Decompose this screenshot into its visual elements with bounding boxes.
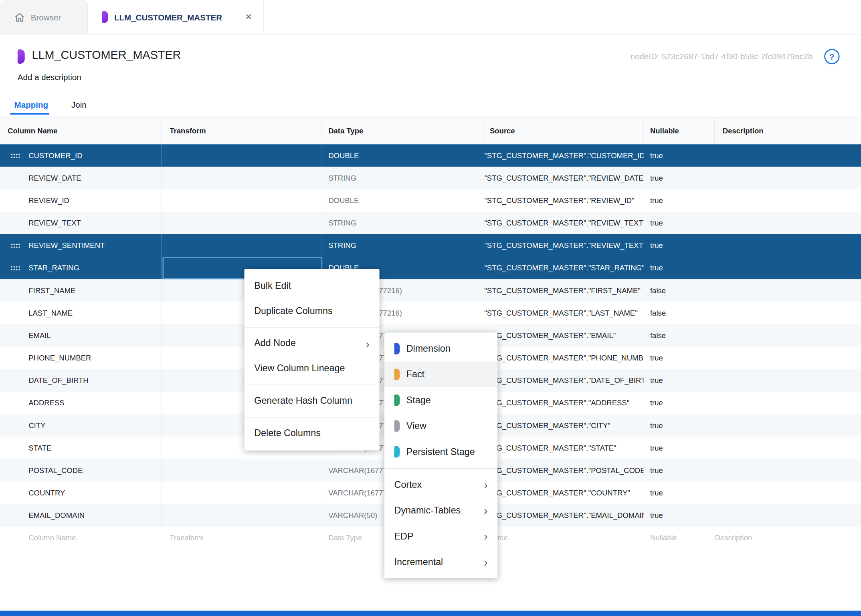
menu-item-generate-hash-column[interactable]: Generate Hash Column xyxy=(245,389,380,414)
ghost-transform: Transform xyxy=(162,527,322,549)
column-name-cell[interactable]: STATE xyxy=(0,437,162,459)
table-row-review-text[interactable]: REVIEW_TEXTSTRING"STG_CUSTOMER_MASTER"."… xyxy=(0,212,861,234)
drag-handle-icon[interactable] xyxy=(10,153,20,159)
transform-cell[interactable] xyxy=(162,482,322,504)
drag-handle-icon[interactable] xyxy=(10,243,20,248)
data-type-cell: STRING xyxy=(322,167,483,189)
column-name-text: STAR_RATING xyxy=(28,264,79,272)
transform-cell[interactable] xyxy=(162,234,322,257)
description-cell xyxy=(715,279,861,302)
close-tab-icon[interactable]: ✕ xyxy=(245,12,252,22)
menu-item-delete-columns[interactable]: Delete Columns xyxy=(245,421,380,446)
menu-item-label: Duplicate Columns xyxy=(254,306,332,316)
tab-active-label: LLM_CUSTOMER_MASTER xyxy=(114,12,222,22)
description-cell xyxy=(715,302,861,324)
column-name-cell[interactable]: CUSTOMER_ID xyxy=(0,144,162,167)
submenu-item-label: Incremental xyxy=(394,557,443,568)
transform-cell[interactable] xyxy=(162,167,322,189)
description-placeholder[interactable]: Add a description xyxy=(18,72,81,82)
submenu-item-incremental[interactable]: Incremental› xyxy=(384,549,497,575)
source-cell: "STG_CUSTOMER_MASTER"."REVIEW_DATE" xyxy=(483,167,644,189)
table-row-first-name[interactable]: FIRST_NAMEVARCHAR(16777216)"STG_CUSTOMER… xyxy=(0,279,861,302)
menu-item-add-node[interactable]: Add Node› xyxy=(245,331,380,356)
description-cell xyxy=(715,144,861,167)
nullable-cell: true xyxy=(644,234,715,257)
column-name-cell[interactable]: REVIEW_SENTIMENT xyxy=(0,234,162,257)
transform-cell[interactable] xyxy=(162,144,322,167)
table-row-customer-id[interactable]: CUSTOMER_IDDOUBLE"STG_CUSTOMER_MASTER"."… xyxy=(0,144,861,167)
transform-cell[interactable] xyxy=(162,459,322,482)
submenu-item-fact[interactable]: Fact xyxy=(384,362,497,387)
column-name-cell[interactable]: ADDRESS xyxy=(0,392,162,414)
column-name-cell[interactable]: STAR_RATING xyxy=(0,257,162,279)
stage-node-icon xyxy=(394,395,400,406)
source-cell: "STG_CUSTOMER_MASTER"."FIRST_NAME" xyxy=(483,279,644,302)
column-name-cell[interactable]: REVIEW_TEXT xyxy=(0,212,162,234)
menu-item-view-column-lineage[interactable]: View Column Lineage xyxy=(245,356,380,381)
column-name-cell[interactable]: REVIEW_ID xyxy=(0,189,162,212)
chevron-right-icon: › xyxy=(484,479,488,491)
column-name-cell[interactable]: FIRST_NAME xyxy=(0,279,162,302)
header-column-name: Column Name xyxy=(0,117,162,144)
table-row-star-rating[interactable]: STAR_RATINGDOUBLE"STG_CUSTOMER_MASTER"."… xyxy=(0,257,861,279)
column-name-cell[interactable]: POSTAL_CODE xyxy=(0,459,162,482)
description-cell xyxy=(715,347,861,369)
menu-item-duplicate-columns[interactable]: Duplicate Columns xyxy=(245,298,380,324)
source-cell: "STG_CUSTOMER_MASTER"."CITY" xyxy=(483,414,644,437)
help-icon[interactable]: ? xyxy=(824,49,839,64)
submenu-item-edp[interactable]: EDP› xyxy=(384,523,497,549)
submenu-item-dimension[interactable]: Dimension xyxy=(384,336,497,361)
column-name-cell[interactable]: LAST_NAME xyxy=(0,302,162,324)
nullable-cell: true xyxy=(644,144,715,167)
tab-mapping[interactable]: Mapping xyxy=(14,100,48,109)
tab-llm-customer-master[interactable]: LLM_CUSTOMER_MASTER ✕ xyxy=(88,0,263,34)
column-name-cell[interactable]: EMAIL xyxy=(0,324,162,347)
column-name-text: EMAIL_DOMAIN xyxy=(28,511,85,520)
chevron-right-icon: › xyxy=(366,338,370,349)
nullable-cell: true xyxy=(644,414,715,437)
submenu-item-stage[interactable]: Stage xyxy=(384,387,497,413)
ghost-nullable: Nullable xyxy=(644,527,715,549)
transform-cell[interactable] xyxy=(162,504,322,527)
column-name-cell[interactable]: CITY xyxy=(0,414,162,437)
tab-browser[interactable]: Browser xyxy=(0,0,88,34)
submenu-item-cortex[interactable]: Cortex› xyxy=(384,472,497,497)
nullable-cell: true xyxy=(644,257,715,279)
submenu-item-dynamic-tables[interactable]: Dynamic-Tables› xyxy=(384,497,497,523)
page-title: LLM_CUSTOMER_MASTER xyxy=(32,48,181,62)
tab-join[interactable]: Join xyxy=(71,100,87,109)
data-type-cell: DOUBLE xyxy=(322,144,483,167)
column-name-text: REVIEW_SENTIMENT xyxy=(28,242,105,250)
column-name-cell[interactable]: EMAIL_DOMAIN xyxy=(0,504,162,527)
nullable-cell: true xyxy=(644,212,715,234)
add-node-submenu: DimensionFactStageViewPersistent StageCo… xyxy=(384,332,497,578)
table-row-last-name[interactable]: LAST_NAMEVARCHAR(16777216)"STG_CUSTOMER_… xyxy=(0,302,861,324)
nullable-cell: true xyxy=(644,459,715,482)
description-cell xyxy=(715,482,861,504)
source-cell: "STG_CUSTOMER_MASTER"."REVIEW_ID" xyxy=(483,189,644,212)
transform-cell[interactable] xyxy=(162,212,322,234)
column-name-cell[interactable]: REVIEW_DATE xyxy=(0,167,162,189)
ghost-description: Description xyxy=(715,527,861,549)
source-cell: "STG_CUSTOMER_MASTER"."DATE_OF_BIRTH" xyxy=(483,369,644,392)
table-row-review-id[interactable]: REVIEW_IDDOUBLE"STG_CUSTOMER_MASTER"."RE… xyxy=(0,189,861,212)
description-cell xyxy=(715,234,861,257)
nullable-cell: false xyxy=(644,324,715,347)
ghost-column-name: Column Name xyxy=(0,527,162,549)
menu-divider xyxy=(384,468,497,469)
column-name-cell[interactable]: PHONE_NUMBER xyxy=(0,347,162,369)
submenu-item-label: Stage xyxy=(406,395,431,406)
column-name-cell[interactable]: COUNTRY xyxy=(0,482,162,504)
column-name-text: FIRST_NAME xyxy=(28,286,75,295)
submenu-item-view[interactable]: View xyxy=(384,413,497,439)
submenu-item-persistent-stage[interactable]: Persistent Stage xyxy=(384,439,497,465)
column-name-cell[interactable]: DATE_OF_BIRTH xyxy=(0,369,162,392)
menu-item-bulk-edit[interactable]: Bulk Edit xyxy=(245,273,380,298)
nullable-cell: true xyxy=(644,482,715,504)
menu-divider xyxy=(245,327,380,327)
transform-cell[interactable] xyxy=(162,189,322,212)
column-name-text: REVIEW_ID xyxy=(28,196,69,205)
table-row-review-sentiment[interactable]: REVIEW_SENTIMENTSTRING"STG_CUSTOMER_MAST… xyxy=(0,234,861,257)
table-row-review-date[interactable]: REVIEW_DATESTRING"STG_CUSTOMER_MASTER"."… xyxy=(0,167,861,189)
drag-handle-icon[interactable] xyxy=(10,265,20,271)
